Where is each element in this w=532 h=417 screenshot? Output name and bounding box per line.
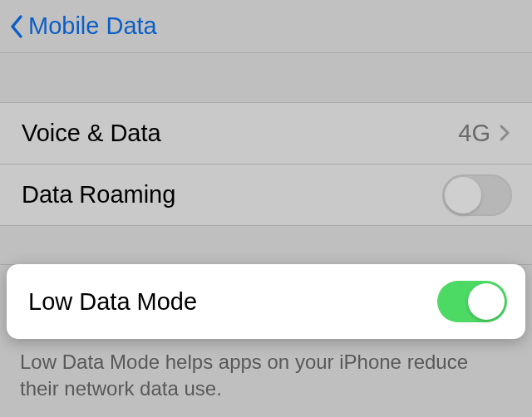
section-spacer [0, 53, 532, 103]
data-roaming-label: Data Roaming [22, 181, 442, 208]
back-button-label[interactable]: Mobile Data [28, 12, 157, 40]
voice-and-data-value: 4G [458, 120, 490, 147]
section-footer-text: Low Data Mode helps apps on your iPhone … [20, 349, 512, 403]
data-roaming-row: Data Roaming [0, 164, 532, 226]
toggle-knob [445, 177, 481, 213]
chevron-left-icon[interactable] [8, 12, 25, 41]
low-data-mode-toggle[interactable] [437, 281, 507, 322]
voice-and-data-label: Voice & Data [22, 120, 458, 147]
nav-bar: Mobile Data [0, 0, 532, 53]
low-data-mode-row: Low Data Mode [7, 264, 525, 339]
data-roaming-toggle[interactable] [442, 174, 512, 216]
section-spacer [0, 226, 532, 265]
low-data-mode-label: Low Data Mode [28, 288, 437, 316]
voice-and-data-row[interactable]: Voice & Data 4G [0, 103, 532, 164]
chevron-right-icon [499, 124, 512, 144]
toggle-knob [468, 283, 505, 320]
